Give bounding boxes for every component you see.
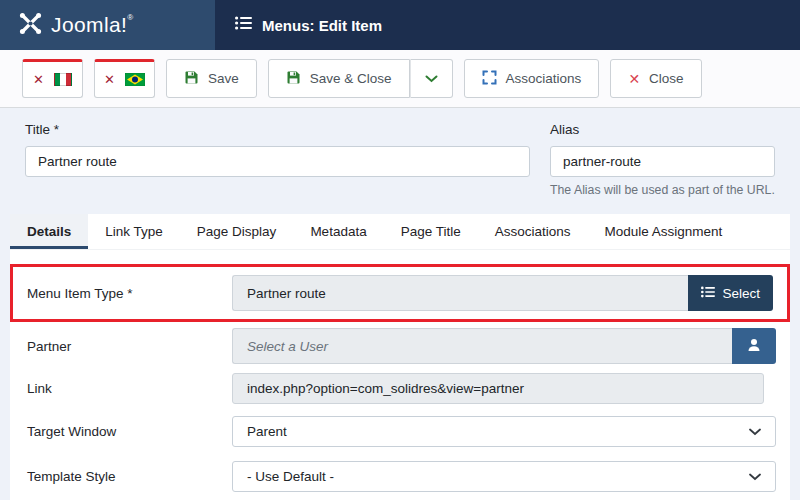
unassociate-brazilian-button[interactable]: ✕: [94, 59, 155, 98]
template-style-select[interactable]: - Use Default -: [232, 461, 776, 492]
details-tab-panel: Menu Item Type * Partner route: [10, 250, 790, 492]
brazilian-flag-icon: [125, 73, 145, 86]
partner-row: Partner Select a User: [10, 328, 790, 364]
menu-item-type-value: Partner route: [232, 275, 688, 311]
target-window-label: Target Window: [27, 424, 232, 439]
tab-module-assignment[interactable]: Module Assignment: [588, 214, 740, 249]
admin-header: Joomla!® Menus: Edit Item: [0, 0, 800, 50]
edit-form-card: Details Link Type Page Display Metadata …: [10, 214, 790, 500]
link-label: Link: [27, 381, 232, 396]
save-floppy-icon: [286, 70, 301, 88]
tab-link-type[interactable]: Link Type: [88, 214, 180, 249]
title-input[interactable]: [25, 146, 530, 177]
select-user-button[interactable]: [732, 328, 776, 364]
title-label: Title *: [25, 122, 530, 137]
menu-item-type-label: Menu Item Type *: [27, 286, 232, 301]
close-button[interactable]: ✕ Close: [610, 59, 701, 98]
save-options-dropdown-toggle[interactable]: [410, 59, 453, 98]
chevron-down-icon: [749, 424, 761, 439]
list-icon: [701, 286, 715, 301]
associations-button[interactable]: Associations: [464, 59, 600, 98]
edit-item-content: Title * Alias The Alias will be used as …: [0, 108, 800, 500]
menu-list-icon: [235, 16, 252, 34]
toolbar: ✕ ✕ Save: [0, 50, 800, 108]
alias-help-text: The Alias will be used as part of the UR…: [550, 183, 775, 197]
tab-page-display[interactable]: Page Display: [180, 214, 294, 249]
page-title: Menus: Edit Item: [262, 17, 382, 34]
joomla-logo-icon: [18, 11, 43, 40]
tab-associations[interactable]: Associations: [478, 214, 588, 249]
partner-label: Partner: [27, 339, 232, 354]
partner-user-field: Select a User: [232, 328, 732, 364]
chevron-down-icon: [425, 71, 438, 86]
link-value-field: index.php?option=com_solidres&view=partn…: [232, 373, 764, 404]
close-x-icon: ✕: [628, 72, 640, 86]
save-button[interactable]: Save: [166, 59, 257, 98]
unassociate-italian-button[interactable]: ✕: [22, 59, 83, 98]
form-tabs: Details Link Type Page Display Metadata …: [10, 214, 790, 250]
tab-page-title[interactable]: Page Title: [384, 214, 478, 249]
save-and-close-button[interactable]: Save & Close: [268, 59, 410, 98]
alias-label: Alias: [550, 122, 775, 137]
remove-association-icon: ✕: [104, 73, 115, 86]
template-style-label: Template Style: [27, 469, 232, 484]
remove-association-icon: ✕: [33, 73, 44, 86]
template-style-row: Template Style - Use Default -: [10, 461, 790, 492]
save-close-button-group: Save & Close: [268, 59, 453, 98]
chevron-down-icon: [749, 469, 761, 484]
target-window-select[interactable]: Parent: [232, 416, 776, 447]
menu-item-type-select-button[interactable]: Select: [688, 275, 773, 311]
alias-input[interactable]: [550, 146, 775, 177]
menu-item-type-row-annotation: Menu Item Type * Partner route: [10, 264, 790, 322]
link-row: Link index.php?option=com_solidres&view=…: [10, 373, 790, 404]
target-window-row: Target Window Parent: [10, 416, 790, 447]
page-title-bar: Menus: Edit Item: [215, 0, 800, 50]
joomla-brand[interactable]: Joomla!®: [0, 0, 215, 50]
user-icon: [746, 337, 762, 356]
brand-text: Joomla!®: [51, 13, 134, 37]
tab-details[interactable]: Details: [10, 214, 88, 249]
associations-corners-icon: [482, 70, 497, 88]
italian-flag-icon: [54, 73, 72, 86]
save-floppy-icon: [184, 70, 199, 88]
title-alias-section: Title * Alias The Alias will be used as …: [10, 122, 790, 197]
app-window: Joomla!® Menus: Edit Item ✕ ✕: [0, 0, 800, 500]
tab-metadata[interactable]: Metadata: [293, 214, 383, 249]
